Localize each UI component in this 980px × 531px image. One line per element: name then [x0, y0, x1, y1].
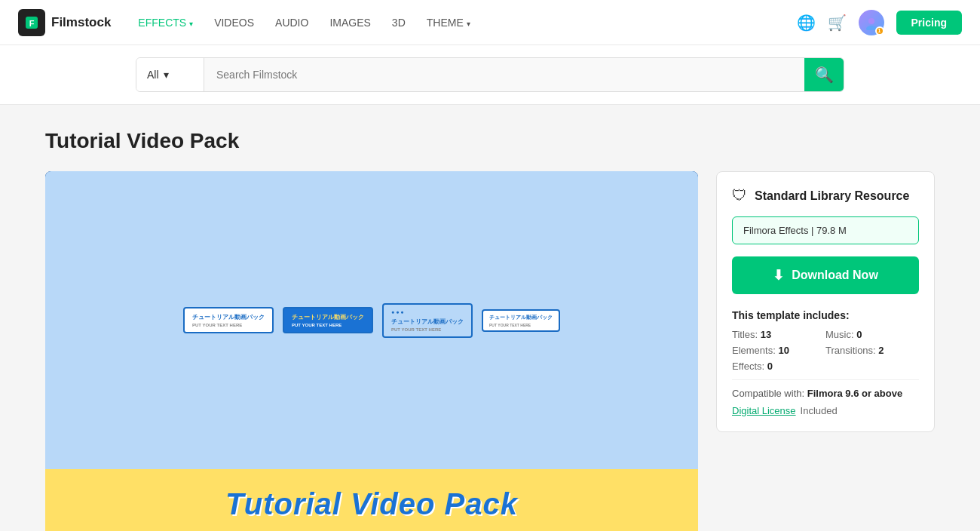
nav-audio[interactable]: AUDIO: [266, 12, 317, 33]
svg-point-2: [868, 18, 874, 24]
resource-title: Standard Library Resource: [755, 189, 909, 203]
video-card-2: チュートリアル動画パック PUT YOUR TEXT HERE: [283, 307, 373, 333]
logo-icon: F: [18, 9, 45, 36]
page-title: Tutorial Video Pack: [45, 129, 935, 153]
video-card-3: ● ● ● チュートリアル動画パック PUT YOUR TEXT HERE: [382, 303, 473, 338]
logo-text: Filmstock: [51, 15, 111, 30]
nav-videos[interactable]: VIDEOS: [205, 12, 263, 33]
video-card-4: チュートリアル動画パック PUT YOUR TEXT HERE: [482, 309, 560, 332]
shield-icon: 🛡: [732, 187, 747, 204]
nav-effects[interactable]: EFFECTS▾: [129, 12, 202, 33]
main-content: Tutorial Video Pack チュートリアル動画パック PUT YOU…: [0, 105, 980, 531]
search-input[interactable]: [204, 58, 804, 91]
template-stats-grid: Titles: 13 Music: 0 Elements: 10 Tr: [732, 329, 919, 372]
theme-arrow-icon: ▾: [467, 20, 470, 28]
stat-transitions: Transitions: 2: [825, 345, 919, 356]
sidebar-card: 🛡 Standard Library Resource Filmora Effe…: [716, 171, 935, 432]
license-row: Digital License Included: [732, 405, 919, 416]
globe-icon[interactable]: 🌐: [797, 14, 816, 32]
avatar[interactable]: 1: [859, 10, 884, 35]
license-included-text: Included: [801, 405, 838, 416]
video-top-area: チュートリアル動画パック PUT YOUR TEXT HERE チュートリアル動…: [45, 171, 698, 469]
nav-theme[interactable]: THEME▾: [418, 12, 479, 33]
video-thumbnail: チュートリアル動画パック PUT YOUR TEXT HERE チュートリアル動…: [45, 171, 698, 531]
stat-music: Music: 0: [825, 329, 919, 340]
header: F Filmstock EFFECTS▾ VIDEOS AUDIO IMAGES…: [0, 0, 980, 45]
download-icon: ⬇: [773, 267, 784, 284]
sidebar: 🛡 Standard Library Resource Filmora Effe…: [716, 171, 935, 531]
resource-header: 🛡 Standard Library Resource: [732, 187, 919, 204]
header-actions: 🌐 🛒 1 Pricing: [797, 10, 962, 35]
search-icon: 🔍: [815, 66, 834, 84]
nav-3d[interactable]: 3D: [383, 12, 415, 33]
compat-text: Compatible with: Filmora 9.6 or above: [732, 388, 919, 399]
stat-effects: Effects: 0: [732, 361, 825, 372]
compat-app: Filmora 9.6 or above: [807, 388, 902, 399]
main-nav: EFFECTS▾ VIDEOS AUDIO IMAGES 3D THEME▾: [129, 12, 479, 33]
pricing-button[interactable]: Pricing: [896, 11, 962, 35]
download-label: Download Now: [792, 269, 878, 282]
avatar-badge: 1: [875, 26, 884, 35]
video-player: チュートリアル動画パック PUT YOUR TEXT HERE チュートリアル動…: [45, 171, 698, 531]
compat-label: Compatible with:: [732, 388, 804, 399]
file-info-text: Filmora Effects | 79.8 M: [743, 225, 847, 236]
search-category-dropdown[interactable]: All ▾: [136, 58, 204, 91]
nav-images[interactable]: IMAGES: [320, 12, 379, 33]
cart-icon[interactable]: 🛒: [828, 14, 847, 32]
dropdown-arrow-icon: ▾: [164, 69, 169, 81]
effects-arrow-icon: ▾: [189, 20, 193, 28]
search-button[interactable]: 🔍: [804, 58, 844, 91]
stat-elements: Elements: 10: [732, 345, 825, 356]
search-bar: All ▾ 🔍: [136, 57, 844, 92]
logo-area[interactable]: F Filmstock: [18, 9, 111, 36]
svg-text:F: F: [29, 19, 35, 28]
video-mid-area: Tutorial Video Pack: [45, 469, 698, 531]
video-section: チュートリアル動画パック PUT YOUR TEXT HERE チュートリアル動…: [45, 171, 698, 531]
template-includes-heading: This template includes:: [732, 309, 919, 321]
digital-license-link[interactable]: Digital License: [732, 405, 796, 416]
stat-titles: Titles: 13: [732, 329, 825, 340]
download-button[interactable]: ⬇ Download Now: [732, 256, 919, 294]
search-section: All ▾ 🔍: [0, 45, 980, 105]
video-mid-text: Tutorial Video Pack: [63, 487, 680, 521]
content-area: チュートリアル動画パック PUT YOUR TEXT HERE チュートリアル動…: [45, 171, 935, 531]
file-info-box: Filmora Effects | 79.8 M: [732, 216, 919, 244]
template-info: This template includes: Titles: 13 Music…: [732, 309, 919, 416]
video-card-1: チュートリアル動画パック PUT YOUR TEXT HERE: [183, 307, 274, 333]
